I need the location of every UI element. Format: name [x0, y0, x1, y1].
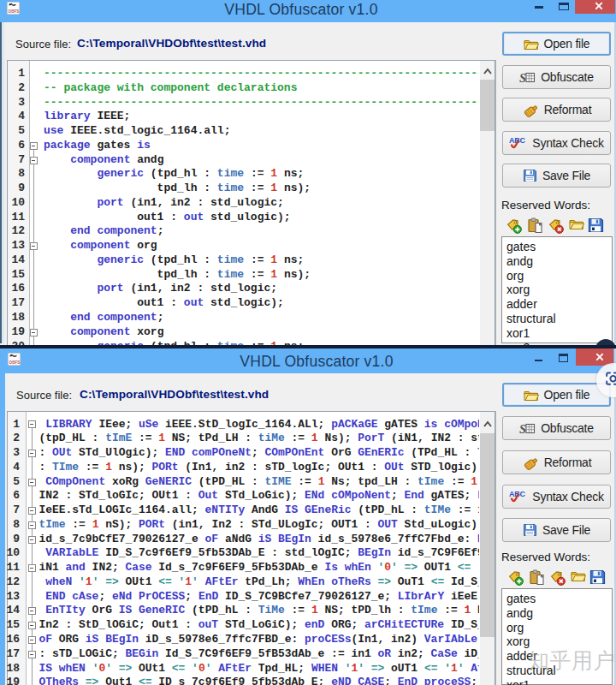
svg-text:S: S: [519, 422, 526, 436]
svg-text:S: S: [519, 71, 526, 85]
